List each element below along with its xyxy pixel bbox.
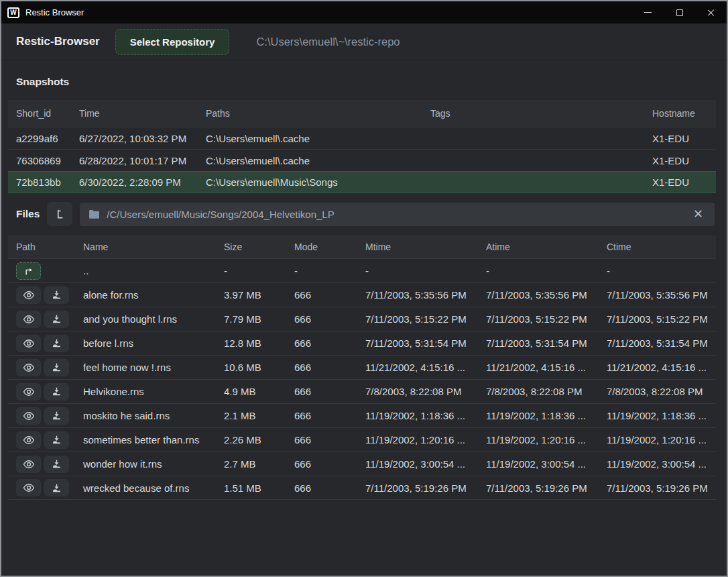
restore-file-button[interactable] <box>44 311 69 328</box>
preview-file-button[interactable] <box>16 407 41 425</box>
select-repository-button[interactable]: Select Repository <box>115 29 230 55</box>
restore-file-button[interactable] <box>44 383 69 401</box>
eye-preview-icon <box>23 483 35 492</box>
snapshot-time: 6/27/2022, 10:03:32 PM <box>71 133 198 144</box>
download-restore-icon <box>52 483 62 493</box>
file-size: - <box>216 265 286 276</box>
restore-file-button[interactable] <box>44 456 69 473</box>
up-directory-icon <box>23 266 34 276</box>
file-row: sometimes better than.rns2.26 MB66611/19… <box>8 427 716 452</box>
snapshot-paths: C:\Users\emuell\.cache <box>198 133 422 144</box>
file-name: alone for.rns <box>75 289 216 301</box>
column-header-size: Size <box>216 242 286 252</box>
snapshot-paths: C:\Users\emuell\.cache <box>198 155 422 166</box>
restore-file-button[interactable] <box>44 286 69 304</box>
files-title: Files <box>16 208 40 220</box>
titlebar-left: W Restic Browser <box>1 1 632 23</box>
file-mtime: 7/8/2003, 8:22:08 PM <box>357 386 478 397</box>
file-mtime: 11/19/2002, 3:00:54 ... <box>357 458 478 470</box>
file-row: feel home now !.rns10.6 MB66611/21/2002,… <box>8 355 716 379</box>
parent-path-button[interactable] <box>47 202 72 226</box>
preview-file-button[interactable] <box>16 479 41 496</box>
file-name: .. <box>75 265 216 276</box>
current-path-field[interactable]: /C/Users/emuell/Music/Songs/2004_Helveti… <box>80 203 715 226</box>
file-ctime: 7/11/2003, 5:31:54 PM <box>599 337 716 349</box>
file-ctime: - <box>599 265 716 276</box>
current-path-text: /C/Users/emuell/Music/Songs/2004_Helveti… <box>107 209 334 220</box>
file-size: 3.97 MB <box>216 289 286 301</box>
files-bar: Files /C/Users/emuell/Music/Songs/2004_H… <box>1 202 727 226</box>
preview-file-button[interactable] <box>16 383 41 401</box>
download-restore-icon <box>52 314 62 324</box>
snapshots-title: Snapshots <box>16 76 727 88</box>
file-mtime: 7/11/2003, 5:19:26 PM <box>357 482 478 494</box>
file-name: and you thought l.rns <box>75 313 216 325</box>
restore-file-button[interactable] <box>44 335 69 352</box>
file-mtime: 7/11/2003, 5:31:54 PM <box>357 337 478 349</box>
file-row: moskito he said.rns2.1 MB66611/19/2002, … <box>8 403 716 427</box>
file-mtime: 11/21/2002, 4:15:16 ... <box>357 362 478 373</box>
column-header-time: Time <box>71 108 198 119</box>
app-header: Restic-Browser Select Repository C:\User… <box>1 23 727 60</box>
row-actions <box>8 383 75 401</box>
column-header-tags: Tags <box>422 108 644 119</box>
file-size: 2.26 MB <box>216 434 286 445</box>
file-size: 2.7 MB <box>216 458 286 470</box>
column-header-hostname: Hostname <box>644 108 716 119</box>
preview-file-button[interactable] <box>16 335 41 352</box>
snapshot-time: 6/30/2022, 2:28:09 PM <box>71 176 198 188</box>
file-mtime: 11/19/2002, 1:20:16 ... <box>357 434 478 445</box>
restore-file-button[interactable] <box>44 407 69 425</box>
maximize-button[interactable] <box>664 1 695 23</box>
maximize-icon <box>676 9 683 16</box>
download-restore-icon <box>52 459 62 469</box>
download-restore-icon <box>52 435 62 445</box>
download-restore-icon <box>52 362 62 372</box>
folder-icon <box>88 209 100 219</box>
file-atime: 7/8/2003, 8:22:08 PM <box>478 386 599 397</box>
restore-file-button[interactable] <box>44 359 69 376</box>
file-mode: 666 <box>286 410 357 421</box>
up-directory-button[interactable] <box>16 262 41 280</box>
column-header-ctime: Ctime <box>599 242 716 252</box>
restore-file-button[interactable] <box>44 431 69 449</box>
file-ctime: 11/19/2002, 1:18:36 ... <box>599 410 716 421</box>
file-ctime: 7/11/2003, 5:15:22 PM <box>599 313 716 325</box>
file-atime: 11/19/2002, 3:00:54 ... <box>478 458 599 470</box>
preview-file-button[interactable] <box>16 286 41 304</box>
file-mtime: 7/11/2003, 5:15:22 PM <box>357 313 478 325</box>
file-ctime: 7/8/2003, 8:22:08 PM <box>599 386 716 397</box>
files-header-row: Path Name Size Mode Mtime Atime Ctime <box>8 235 716 258</box>
preview-file-button[interactable] <box>16 311 41 328</box>
preview-file-button[interactable] <box>16 359 41 376</box>
restore-file-button[interactable] <box>44 479 69 496</box>
snapshot-row-selected[interactable]: 72b813bb 6/30/2022, 2:28:09 PM C:\Users\… <box>8 171 716 193</box>
file-ctime: 11/21/2002, 4:15:16 ... <box>599 362 716 373</box>
snapshots-table: Short_id Time Paths Tags Hostname a2299a… <box>8 100 716 193</box>
file-size: 4.9 MB <box>216 386 286 397</box>
file-name: feel home now !.rns <box>75 362 216 373</box>
close-button[interactable] <box>695 1 727 23</box>
file-mode: 666 <box>286 458 357 470</box>
snapshot-row[interactable]: a2299af6 6/27/2022, 10:03:32 PM C:\Users… <box>8 127 716 149</box>
row-actions <box>8 262 75 280</box>
titlebar[interactable]: W Restic Browser <box>1 1 727 23</box>
snapshot-row[interactable]: 76306869 6/28/2022, 10:01:17 PM C:\Users… <box>8 149 716 171</box>
row-actions <box>8 456 75 473</box>
snapshots-header-row: Short_id Time Paths Tags Hostname <box>8 100 716 127</box>
file-atime: - <box>478 265 599 276</box>
minimize-button[interactable] <box>632 1 664 23</box>
file-atime: 11/21/2002, 4:15:16 ... <box>478 362 599 373</box>
eye-preview-icon <box>23 387 35 397</box>
preview-file-button[interactable] <box>16 456 41 473</box>
snapshot-time: 6/28/2022, 10:01:17 PM <box>71 155 198 166</box>
file-atime: 7/11/2003, 5:35:56 PM <box>478 289 599 301</box>
column-header-path: Path <box>8 242 75 252</box>
file-mode: - <box>286 265 357 276</box>
preview-file-button[interactable] <box>16 431 41 449</box>
close-icon <box>707 9 715 17</box>
row-actions <box>8 311 75 328</box>
file-size: 1.51 MB <box>216 482 286 494</box>
clear-path-button[interactable]: ✕ <box>690 207 706 221</box>
parent-path-icon <box>54 208 66 220</box>
